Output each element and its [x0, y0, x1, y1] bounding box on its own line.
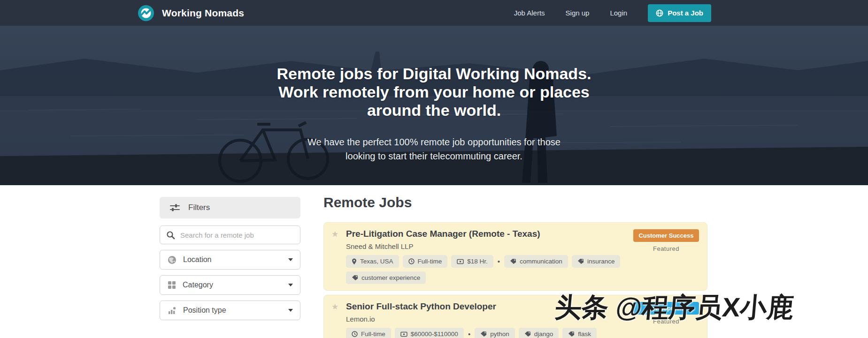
search-icon [166, 231, 175, 240]
grid-icon [167, 280, 177, 290]
job-salary-label: $60000-$110000 [411, 330, 458, 338]
location-dropdown[interactable]: Location [160, 250, 300, 270]
category-badge[interactable]: Development [633, 302, 699, 315]
header-nav: Job Alerts Sign up Login Post a Job [514, 4, 711, 22]
money-icon [457, 259, 464, 264]
clock-icon [408, 258, 415, 264]
tag-icon [480, 331, 487, 337]
globe-icon [656, 9, 663, 17]
job-salary-pill: $18 Hr. [451, 255, 493, 268]
job-tag-pill[interactable]: python [475, 328, 515, 338]
sliders-icon [169, 203, 180, 212]
tag-icon [352, 275, 358, 281]
job-time-label: Full-time [361, 330, 385, 338]
job-tag-pill[interactable]: communication [504, 255, 568, 268]
jobs-main-column: Remote Jobs ★ Pre-Litigation Case Manage… [323, 185, 707, 338]
working-nomads-page: Working Nomads Job Alerts Sign up Login … [0, 0, 868, 338]
hero-banner: Remote jobs for Digital Working Nomads. … [0, 26, 868, 185]
job-salary-label: $18 Hr. [467, 258, 488, 265]
job-location-pill: Texas, USA [346, 255, 399, 268]
tag-icon [568, 331, 575, 337]
hero-headline-line-1: Remote jobs for Digital Working Nomads. [0, 65, 868, 83]
hero-text-block: Remote jobs for Digital Working Nomads. … [0, 26, 868, 163]
hero-subtitle-line-2: looking to start their telecommuting car… [0, 149, 868, 163]
category-label: Category [183, 281, 282, 289]
job-location-label: Texas, USA [360, 258, 393, 265]
tag-icon [524, 331, 531, 337]
featured-label: Featured [653, 318, 679, 325]
nav-job-alerts[interactable]: Job Alerts [514, 9, 545, 17]
tag-icon [577, 258, 584, 264]
pin-icon [352, 258, 357, 265]
job-tag-label: python [490, 330, 509, 338]
chevron-down-icon [288, 284, 293, 286]
job-meta-row: Texas, USA Full-time $18 H [346, 255, 630, 284]
job-company[interactable]: Lemon.io [346, 315, 630, 323]
money-icon [400, 331, 407, 337]
job-tag-pill[interactable]: insurance [572, 255, 621, 268]
job-card-pre-litigation-case-manager[interactable]: ★ Pre-Litigation Case Manager (Remote - … [323, 222, 707, 291]
post-a-job-label: Post a Job [668, 9, 703, 17]
position-type-icon [167, 306, 177, 315]
job-tag-pill[interactable]: customer experience [346, 271, 426, 284]
job-tag-pill[interactable]: flask [562, 328, 597, 338]
job-time-label: Full-time [418, 258, 442, 265]
job-title[interactable]: Senior Full-stack Python Developer [346, 301, 630, 312]
position-type-dropdown[interactable]: Position type [160, 300, 300, 320]
job-title[interactable]: Pre-Litigation Case Manager (Remote - Te… [346, 229, 630, 239]
content-area: Filters [0, 185, 868, 338]
job-tag-label: django [534, 330, 553, 338]
job-tag-label: customer experience [361, 274, 420, 281]
post-a-job-button[interactable]: Post a Job [648, 4, 711, 22]
page-title: Remote Jobs [323, 195, 707, 210]
hero-subtitle-line-1: We have the perfect 100% remote job oppo… [0, 135, 868, 149]
nav-login[interactable]: Login [610, 9, 627, 17]
featured-label: Featured [653, 245, 679, 252]
category-dropdown[interactable]: Category [160, 275, 300, 295]
job-tag-label: communication [520, 258, 562, 265]
chevron-down-icon [288, 258, 293, 261]
filters-toggle[interactable]: Filters [160, 197, 300, 218]
top-header: Working Nomads Job Alerts Sign up Login … [0, 0, 868, 26]
location-label: Location [183, 255, 282, 264]
job-company[interactable]: Sneed & Mitchell LLP [346, 242, 630, 250]
working-nomads-logo-icon [138, 5, 154, 21]
meta-tag-separator: • [468, 330, 470, 338]
tag-icon [510, 258, 516, 264]
position-type-label: Position type [183, 306, 282, 315]
hero-headline-line-3: around the world. [0, 101, 868, 120]
brand[interactable]: Working Nomads [138, 5, 244, 21]
chevron-down-icon [288, 309, 293, 312]
filters-label: Filters [188, 203, 210, 212]
job-card-senior-fullstack-python-developer[interactable]: ★ Senior Full-stack Python Developer Lem… [323, 295, 707, 338]
job-tag-label: flask [578, 330, 591, 338]
brand-name: Working Nomads [162, 8, 244, 19]
globe-icon [167, 255, 177, 265]
job-time-pill: Full-time [403, 255, 448, 268]
category-badge[interactable]: Customer Success [633, 229, 699, 242]
search-input[interactable] [180, 226, 300, 244]
clock-icon [352, 331, 358, 337]
nav-sign-up[interactable]: Sign up [566, 9, 590, 17]
favorite-star-icon[interactable]: ★ [331, 230, 338, 284]
filters-sidebar: Filters [160, 185, 300, 338]
job-tag-label: insurance [587, 258, 615, 265]
job-salary-pill: $60000-$110000 [395, 328, 464, 338]
favorite-star-icon[interactable]: ★ [331, 303, 338, 338]
job-time-pill: Full-time [346, 328, 391, 338]
hero-headline-line-2: Work remotely from your home or places [0, 83, 868, 101]
job-search-box [160, 225, 300, 244]
meta-tag-separator: • [498, 257, 500, 265]
job-meta-row: Full-time $60000-$110000 • [346, 328, 630, 338]
job-tag-pill[interactable]: django [519, 328, 559, 338]
